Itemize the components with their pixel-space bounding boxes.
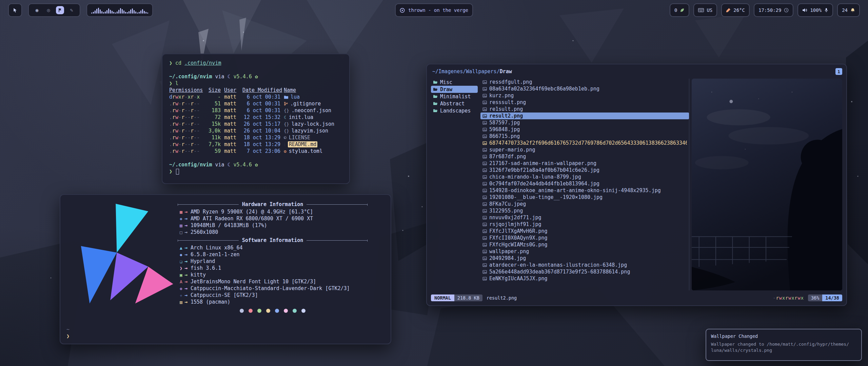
workspace-2[interactable]: ◎ [44, 6, 53, 14]
cava-bar [98, 8, 99, 14]
file-owner: matt [224, 101, 239, 107]
file-entry[interactable]: nnvuv0xj2df71.jpg [480, 214, 689, 221]
file-entry[interactable]: FXfcII0X0AQyn9X.png [480, 235, 689, 241]
file-entry[interactable]: 8FKa7Cu.jpeg [480, 201, 689, 207]
arrow-icon: → [184, 251, 191, 258]
image-icon [482, 87, 487, 91]
updates-module[interactable]: 0 [670, 3, 689, 17]
file-name: ©LICENSE [284, 135, 342, 141]
palette-dot [284, 309, 288, 313]
cava-bar [135, 12, 136, 14]
file-entry-name: FXfcHgcWIAMzs0G.png [489, 242, 548, 248]
file-entry[interactable]: 68747470733a2f2f696d616765732d7769786d70… [480, 140, 689, 146]
cava-bar [132, 8, 133, 14]
mode-badge: NORMAL [431, 294, 454, 301]
prompt-symbol: ❯ [169, 168, 172, 175]
file-entry[interactable]: EeNKYgIUcAAJ5JX.png [480, 275, 689, 282]
sidebar-folder-draw[interactable]: Draw [431, 86, 478, 93]
launcher-button[interactable] [8, 3, 22, 17]
file-entry[interactable]: 87r687df.png [480, 153, 689, 160]
image-icon [482, 216, 487, 220]
file-entry[interactable]: chica-mirando-la-luna-8799.jpg [480, 174, 689, 180]
prompt-path: ~ [66, 326, 70, 333]
image-icon [482, 209, 487, 213]
prompt-via: via [215, 162, 224, 168]
keyboard-layout-module[interactable]: US [693, 3, 717, 17]
clock-module[interactable]: 17:50:29 [754, 3, 793, 17]
spec-icon: ◆ [178, 252, 184, 257]
file-entry[interactable]: wallpaper.png [480, 248, 689, 255]
file-entry-name: 3126f7e9bbf21a8a4af0b67b041c6e26.jpg [489, 167, 599, 173]
file-entry[interactable]: kurz.png [480, 92, 689, 99]
prompt-via: via [215, 74, 224, 80]
file-entry[interactable]: super-mario.png [480, 146, 689, 153]
spec-text: 6.5.8-zen1-1-zen [191, 251, 385, 258]
file-entry[interactable]: 08a634fa02a32364f69ebc86a98eb1eb.png [480, 85, 689, 92]
terminal-color-palette [178, 309, 368, 313]
folder-name: Misc [440, 79, 452, 85]
file-entry-name: super-mario.png [489, 147, 535, 153]
sidebar-folder-minimalist[interactable]: Minimalist [431, 93, 478, 100]
software-lines: ▲→Arch Linux x86_64◆→6.5.8-zen1-1-zen❏→H… [178, 244, 385, 305]
file-entry[interactable]: re1sult.png [480, 106, 689, 113]
fetch-info-line: ▦→AMD Ryzen 9 5900X (24) @ 4.9GHz [61.3°… [178, 208, 385, 215]
notifications-module[interactable]: 24 [837, 3, 860, 17]
image-icon [482, 107, 487, 111]
sidebar-folder-landscapes[interactable]: Landscapes [431, 107, 478, 114]
file-entry-name: 87r687df.png [489, 154, 526, 160]
folder-name: Landscapes [440, 108, 471, 114]
file-entry[interactable]: 5a266e448add93deab367d87173e9f25-6837886… [480, 268, 689, 275]
volume-module[interactable]: 100% [797, 3, 833, 17]
image-icon [482, 94, 487, 98]
file-entry[interactable]: resssult.png [480, 99, 689, 106]
notification-popup[interactable]: Wallpaper Changed Wallpaper changed to /… [706, 329, 862, 361]
sidebar-folder-abstract[interactable]: Abstract [431, 100, 478, 107]
file-size: 7,7k [209, 141, 221, 147]
file-entry[interactable]: result2.png [480, 113, 689, 119]
palette-dot [249, 309, 253, 313]
file-name-text: stylua.toml [289, 148, 322, 154]
spec-icon: ✧ [178, 293, 184, 298]
image-icon [482, 249, 487, 254]
bar-center-modules: thrown - on the verge [395, 3, 473, 17]
palette-dot [301, 309, 305, 313]
sidebar-folder-misc[interactable]: Misc [431, 79, 478, 86]
temperature-module[interactable]: 26°C [721, 3, 750, 17]
file-owner: matt [224, 135, 239, 141]
cursor-position-badge: 14/38 [822, 294, 842, 301]
file-entry-name: 20492984.jpg [489, 255, 526, 261]
file-entry[interactable]: FXfcJlTXgAMvH6R.png [480, 228, 689, 235]
file-entry[interactable]: 596848.jpg [480, 126, 689, 133]
file-entry[interactable]: 217167-sad-anime-rain-wallpaper.png [480, 160, 689, 167]
spec-icon: ▤ [178, 223, 184, 228]
file-entry-name: 587597.jpg [489, 120, 520, 126]
file-owner: matt [224, 107, 239, 114]
terminal-cursor[interactable] [176, 169, 179, 175]
file-entry[interactable]: rsjqojlmjhf91.jpg [480, 221, 689, 228]
workspace-4[interactable]: ✎ [67, 6, 76, 14]
image-icon [482, 121, 487, 125]
workspace-1[interactable]: ◉ [33, 6, 41, 14]
file-entry[interactable]: 0c794faf07de24a4db4d4fb1eb813964.jpg [480, 180, 689, 187]
file-entry[interactable]: 20492984.jpg [480, 255, 689, 262]
file-entry[interactable]: FXfcHgcWIAMzs0G.png [480, 241, 689, 248]
blank-line [169, 66, 342, 73]
file-entry[interactable]: 19201080-__blue-tinge__-1920×1080.jpg [480, 194, 689, 201]
workspace-3[interactable] [56, 6, 64, 14]
file-entry[interactable]: 587597.jpg [480, 119, 689, 126]
file-entry[interactable]: atardecer-en-la-montanas-ilustracion-634… [480, 262, 689, 268]
image-icon [482, 100, 487, 105]
fetch-prompt: ~ ❯ [66, 326, 70, 340]
cava-bar [147, 13, 148, 14]
fetch-info-line: ▥→1558 (pacman) [178, 299, 385, 305]
file-entry[interactable]: ressdfgult.png [480, 79, 689, 85]
file-manager-header: ~/Imagenes/Wallpapers/Draw 1 [432, 68, 842, 75]
file-entry[interactable]: 866715.png [480, 133, 689, 140]
file-entry[interactable]: 3126f7e9bbf21a8a4af0b67b041c6e26.jpg [480, 167, 689, 174]
media-player-module[interactable]: thrown - on the verge [395, 3, 473, 17]
file-entry[interactable]: 3122955.png [480, 207, 689, 214]
arrow-icon: → [184, 285, 191, 291]
file-entry[interactable]: 154928-odinokoe_anime-art-anime-okno-sin… [480, 187, 689, 194]
tab-indicator[interactable]: 1 [835, 68, 842, 75]
file-manager-window: ~/Imagenes/Wallpapers/Draw 1 MiscDrawMin… [426, 64, 847, 306]
